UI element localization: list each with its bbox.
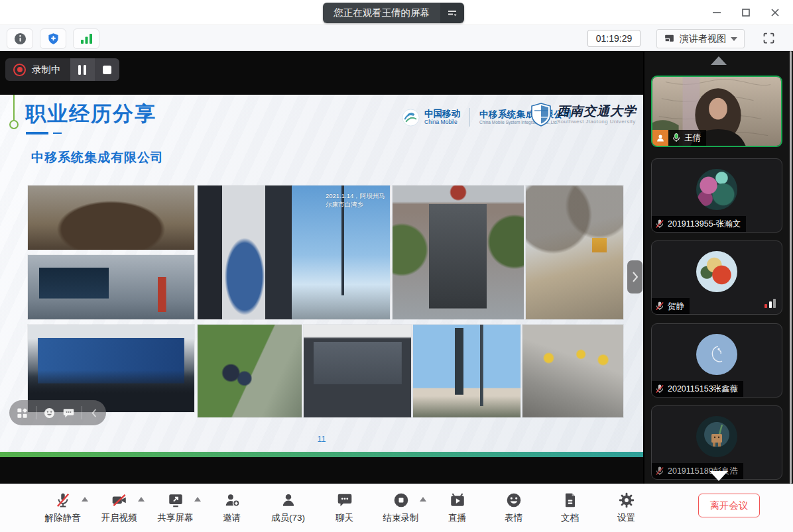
document-icon [562, 491, 579, 509]
avatar [696, 251, 737, 292]
toolbar-item-unmute[interactable]: 解除静音 [34, 491, 91, 524]
participant-namebar: 贺静 [652, 298, 690, 314]
toolbar-item-settings[interactable]: 设置 [598, 491, 654, 524]
security-shield-button[interactable] [40, 28, 66, 49]
live-tv-icon [449, 491, 466, 509]
photo-meeting-room [28, 186, 194, 250]
overlay-chat-button[interactable] [62, 407, 75, 419]
layout-grid-button[interactable] [16, 407, 29, 419]
share-overlay-toolbar [9, 400, 106, 425]
toolbar-item-start-video[interactable]: 开启视频 [91, 491, 147, 524]
close-button[interactable] [765, 3, 785, 22]
toolbar-item-emoji[interactable]: 表情 [485, 491, 542, 524]
china-mobile-cn: 中国移动 [424, 109, 460, 119]
slide-title-underline-dash [53, 133, 62, 134]
share-screen-icon [167, 491, 184, 509]
toolbar-item-live[interactable]: 直播 [429, 491, 485, 524]
overlay-separator [82, 406, 82, 419]
slide-title: 职业经历分享 [25, 100, 156, 128]
network-quality-button[interactable] [73, 28, 99, 49]
minimize-button[interactable] [707, 3, 727, 22]
settings-gear-icon [618, 491, 635, 509]
participant-namebar: 王倩 [652, 130, 706, 146]
participant-namebar: 2019115189彭良浩 [652, 463, 743, 479]
participant-name: 2019113955-张瀚文 [668, 219, 741, 230]
fullscreen-button[interactable] [759, 29, 778, 47]
signal-bars-icon [80, 33, 93, 44]
chat-bubble-icon [62, 407, 75, 419]
chevron-right-icon [631, 271, 639, 283]
chat-icon [336, 491, 353, 509]
mic-active-icon [671, 133, 682, 143]
share-banner-menu-button[interactable] [440, 3, 464, 23]
recording-options-caret[interactable] [420, 497, 426, 502]
participants-sidebar: 王倩 2019113955-张瀚文 [643, 51, 793, 484]
toolbar-item-docs[interactable]: 文档 [542, 491, 598, 524]
recording-indicator: 录制中 [5, 58, 119, 81]
photo-signal-tower [413, 325, 520, 417]
participant-tile-wangqian[interactable]: 王倩 [651, 76, 782, 147]
overlay-emoji-button[interactable] [43, 407, 56, 419]
person-icon [656, 133, 665, 142]
china-mobile-logo-icon [402, 109, 420, 127]
toolbar-item-chat[interactable]: 聊天 [316, 491, 373, 524]
chevron-down-icon [731, 37, 737, 41]
toolbar-item-members[interactable]: 成员(73) [260, 491, 316, 524]
photo-field-site-sky: 2021.1.14，阿坝州马 尔康市白湾乡 [292, 186, 390, 319]
mic-muted-icon [654, 219, 665, 229]
overlay-collapse-button[interactable] [90, 408, 99, 418]
recording-dot-icon [13, 64, 26, 76]
participant-name: 王倩 [684, 133, 701, 144]
photo-stairs [393, 186, 524, 319]
stage-edge-expand-button[interactable] [627, 260, 642, 293]
host-badge-icon [652, 130, 668, 146]
slide-subtitle: 中移系统集成有限公司 [31, 149, 164, 166]
leave-meeting-button[interactable]: 离开会议 [698, 494, 760, 517]
invite-icon [223, 491, 241, 509]
slide-title-underline [26, 132, 48, 134]
maximize-button[interactable] [736, 3, 756, 22]
stop-icon [103, 66, 111, 74]
participant-tile-pénglianghao[interactable]: 2019115189彭良浩 [651, 405, 782, 480]
toolbar-item-invite[interactable]: 邀请 [204, 491, 260, 524]
swjtu-cn: 西南交通大学 [557, 104, 637, 119]
recording-label: 录制中 [32, 64, 61, 76]
scroll-up-arrow[interactable] [711, 56, 727, 65]
window-controls [707, 0, 785, 25]
meeting-timer: 01:19:29 [587, 30, 640, 47]
close-icon [770, 7, 780, 18]
unmute-options-caret[interactable] [82, 497, 88, 502]
participant-name: 贺静 [668, 301, 684, 312]
photo-construction-site [522, 325, 623, 417]
hamburger-menu-icon [447, 9, 457, 18]
scroll-down-arrow[interactable] [709, 471, 728, 481]
overlay-separator [36, 406, 36, 419]
view-mode-button[interactable]: 演讲者视图 [656, 29, 745, 48]
topbar-left-buttons [7, 28, 99, 49]
members-icon [280, 491, 297, 509]
emoji-icon [505, 491, 522, 509]
video-options-caret[interactable] [138, 497, 145, 502]
meeting-app-window: 您正在观看王倩的屏幕 [0, 0, 793, 532]
network-signal-icon [764, 299, 776, 308]
chevron-left-icon [90, 408, 99, 418]
stop-recording-button[interactable] [95, 58, 119, 81]
pause-recording-button[interactable] [70, 58, 95, 81]
mic-muted-icon [654, 384, 665, 394]
sidebar-scrollbar[interactable] [790, 51, 792, 484]
toolbar-item-share-screen[interactable]: 共享屏幕 [147, 491, 204, 524]
share-options-caret[interactable] [194, 497, 201, 502]
participant-namebar: 2020115153张鑫薇 [652, 381, 743, 397]
photo-rural-path [526, 186, 623, 319]
shield-plus-icon [47, 32, 60, 45]
share-banner-text: 您正在观看王倩的屏幕 [323, 3, 440, 23]
avatar [696, 334, 737, 375]
participant-tile-zhanghanwen[interactable]: 2019113955-张瀚文 [651, 158, 782, 233]
speaker-view-icon [664, 33, 675, 44]
smiley-icon [43, 407, 56, 419]
meeting-info-button[interactable] [7, 28, 33, 49]
participant-tile-zhangxinwei[interactable]: 2020115153张鑫薇 [651, 323, 782, 398]
participant-tile-hejing[interactable]: 贺静 [651, 240, 782, 315]
photo-display-wall [28, 325, 194, 412]
toolbar-item-end-recording[interactable]: 结束录制 [373, 491, 429, 524]
